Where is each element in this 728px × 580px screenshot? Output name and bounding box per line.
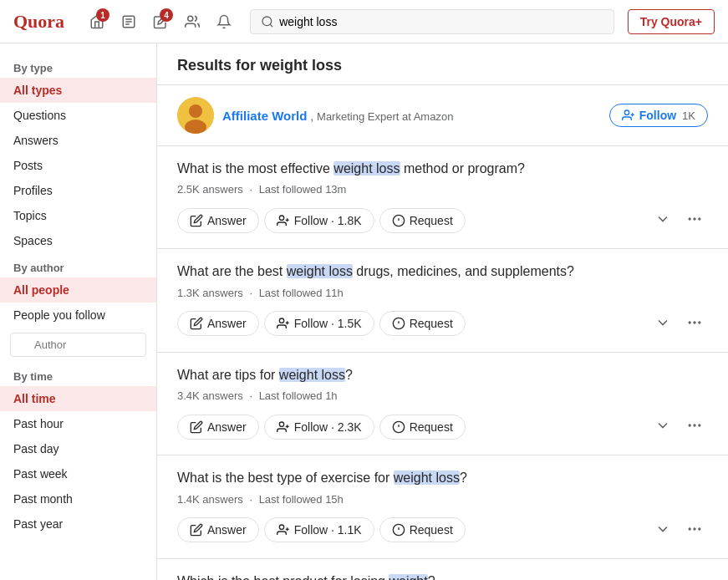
request-button-3[interactable]: Request: [379, 415, 466, 440]
sidebar-item-posts[interactable]: Posts: [0, 153, 156, 178]
question-title-3[interactable]: What are tips for weight loss?: [177, 366, 708, 384]
bell-nav-icon[interactable]: [211, 8, 237, 33]
question-meta-2: 1.3K answers · Last followed 11h: [177, 287, 708, 299]
svg-point-48: [689, 528, 690, 530]
author-card: Affiliate World , Marketing Expert at Am…: [157, 85, 728, 146]
question-title-4[interactable]: What is the best type of exercise for we…: [177, 469, 708, 487]
search-input[interactable]: [279, 15, 603, 28]
sidebar-item-profiles[interactable]: Profiles: [0, 178, 156, 203]
results-header: Results for weight loss: [157, 43, 728, 85]
answer-button-4[interactable]: Answer: [177, 517, 259, 542]
follow-button-2[interactable]: Follow · 1.5K: [264, 311, 374, 336]
follow-button-4[interactable]: Follow · 1.1K: [264, 517, 374, 542]
author-name[interactable]: Affiliate World: [222, 109, 307, 123]
question-meta-4: 1.4K answers · Last followed 15h: [177, 493, 708, 506]
highlight: weight: [389, 574, 427, 580]
highlight: weight loss: [279, 368, 345, 382]
follow-button-3[interactable]: Follow · 2.3K: [264, 415, 374, 440]
last-followed-4: Last followed 15h: [259, 493, 344, 506]
home-nav-icon[interactable]: 1: [84, 8, 109, 33]
sidebar-item-topics[interactable]: Topics: [0, 203, 156, 228]
author-input-wrap: [0, 328, 156, 362]
people-nav-icon[interactable]: [180, 8, 205, 33]
answer-count-1: 2.5K answers: [177, 183, 243, 196]
answer-button-3[interactable]: Answer: [177, 415, 259, 440]
more-icon-1[interactable]: [681, 206, 708, 235]
sidebar-item-all-people[interactable]: All people: [0, 277, 156, 303]
logo[interactable]: Quora: [13, 11, 64, 33]
svg-point-39: [689, 425, 690, 426]
avatar: [177, 97, 214, 134]
answer-count-4: 1.4K answers: [177, 493, 243, 506]
question-actions-4: Answer Follow · 1.1K Request: [177, 516, 708, 545]
answer-count-3: 3.4K answers: [177, 389, 243, 402]
home-badge: 1: [96, 8, 109, 22]
question-card-2: What are the best weight loss drugs, med…: [157, 249, 728, 352]
more-icon-2[interactable]: [681, 309, 708, 338]
author-input[interactable]: [10, 333, 146, 357]
downvote-icon-1[interactable]: [649, 206, 676, 235]
sidebar-item-past-hour[interactable]: Past hour: [0, 411, 156, 436]
more-icon-4[interactable]: [681, 516, 708, 545]
question-title-5[interactable]: Which is the best product for losing wei…: [177, 572, 708, 580]
sidebar-item-past-year[interactable]: Past year: [0, 511, 156, 537]
by-time-label: By time: [0, 362, 156, 386]
svg-point-5: [262, 17, 272, 26]
follow-button-1[interactable]: Follow · 1.8K: [264, 208, 374, 233]
author-desc-comma: ,: [310, 109, 317, 123]
request-button-4[interactable]: Request: [379, 517, 466, 542]
svg-point-42: [279, 525, 283, 529]
sidebar-item-all-types[interactable]: All types: [0, 78, 156, 103]
downvote-icon-4[interactable]: [649, 516, 676, 545]
author-info: Affiliate World , Marketing Expert at Am…: [222, 109, 453, 123]
question-actions-2: Answer Follow · 1.5K Request: [177, 309, 708, 338]
answer-count-2: 1.3K answers: [177, 287, 243, 299]
follow-label: Follow: [639, 109, 676, 122]
last-followed-1: Last followed 13m: [259, 183, 347, 196]
svg-point-12: [624, 110, 629, 114]
try-quora-button[interactable]: Try Quora+: [628, 9, 715, 34]
answers-nav-icon[interactable]: [116, 8, 141, 33]
sidebar-item-people-you-follow[interactable]: People you follow: [0, 303, 156, 328]
sidebar-item-answers[interactable]: Answers: [0, 128, 156, 153]
sidebar-item-all-time[interactable]: All time: [0, 386, 156, 411]
question-actions-1: Answer Follow · 1.8K Request: [177, 206, 708, 235]
sidebar-item-past-week[interactable]: Past week: [0, 461, 156, 486]
svg-point-10: [189, 104, 202, 118]
svg-point-22: [694, 219, 695, 221]
author-follow-wrap: Follow 1K: [609, 104, 708, 127]
search-bar[interactable]: [250, 9, 614, 34]
sidebar-item-spaces[interactable]: Spaces: [0, 228, 156, 253]
author-input-container: [10, 333, 146, 357]
top-navigation: Quora 1 4 Try Quora+: [0, 0, 728, 43]
last-followed-3: Last followed 1h: [259, 389, 338, 402]
by-author-label: By author: [0, 253, 156, 277]
follow-count: 1K: [682, 109, 695, 122]
page-layout: By type All types Questions Answers Post…: [0, 43, 728, 580]
svg-point-30: [689, 322, 690, 323]
sidebar-item-past-day[interactable]: Past day: [0, 436, 156, 461]
answer-button-1[interactable]: Answer: [177, 208, 259, 233]
edit-nav-icon[interactable]: 4: [148, 8, 173, 33]
svg-point-4: [188, 16, 193, 21]
svg-point-24: [279, 318, 283, 323]
answer-button-2[interactable]: Answer: [177, 311, 259, 336]
svg-point-23: [699, 219, 700, 221]
question-title-1[interactable]: What is the most effective weight loss m…: [177, 160, 708, 178]
follow-author-button[interactable]: Follow 1K: [609, 104, 708, 127]
question-title-2[interactable]: What are the best weight loss drugs, med…: [177, 262, 708, 281]
sidebar-item-past-month[interactable]: Past month: [0, 486, 156, 511]
question-meta-1: 2.5K answers · Last followed 13m: [177, 183, 708, 196]
highlight: weight loss: [333, 161, 400, 176]
request-button-2[interactable]: Request: [379, 311, 466, 336]
more-icon-3[interactable]: [681, 412, 708, 441]
request-button-1[interactable]: Request: [379, 208, 466, 233]
svg-line-6: [270, 24, 272, 27]
sidebar-item-questions[interactable]: Questions: [0, 103, 156, 128]
author-desc: Marketing Expert at Amazon: [317, 110, 453, 123]
svg-point-15: [279, 216, 283, 220]
nav-icons-group: 1 4: [84, 8, 237, 33]
downvote-icon-2[interactable]: [649, 309, 676, 338]
by-type-label: By type: [0, 53, 156, 78]
downvote-icon-3[interactable]: [649, 412, 676, 441]
